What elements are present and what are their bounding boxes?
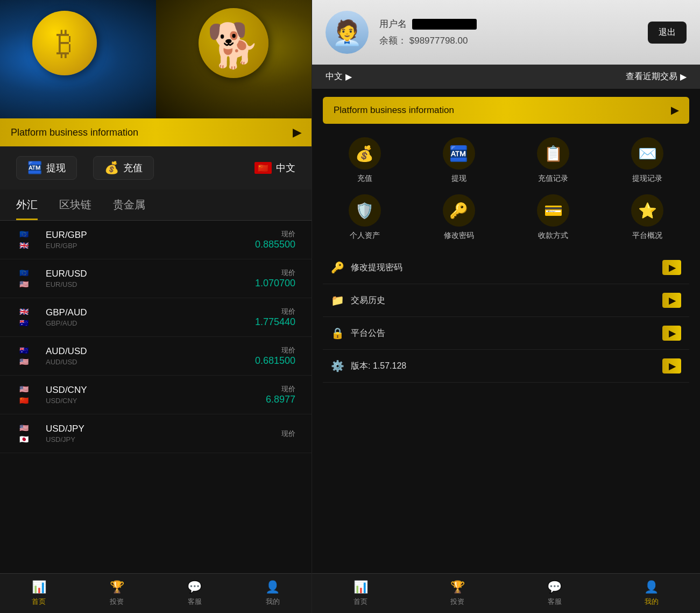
grid-item-assets[interactable]: 🛡️ 个人资产 bbox=[323, 194, 406, 241]
balance-label: 余额： bbox=[379, 36, 407, 46]
price-label-3: 现价 bbox=[255, 346, 295, 355]
invest-right-nav-icon: 🏆 bbox=[450, 580, 465, 594]
trade-history-menu-icon: 📁 bbox=[331, 294, 344, 307]
currency-flags: 🇦🇺 🇺🇸 bbox=[16, 346, 38, 367]
info-banner-left[interactable]: Platform business information ▶ bbox=[0, 118, 312, 146]
info-banner-text-left: Platform business information bbox=[11, 127, 138, 138]
currency-sub-4: USD/CNY bbox=[46, 397, 266, 405]
hero-banner: ₿ 🐕 bbox=[0, 0, 312, 118]
info-banner-text-right: Platform business information bbox=[334, 105, 454, 116]
currency-item-GBP-AUD[interactable]: 🇬🇧 🇦🇺 GBP/AUD GBP/AUD 现价 1.775440 bbox=[0, 298, 312, 337]
bottom-nav-right: 📊 首页 🏆 投资 💬 客服 👤 我的 bbox=[312, 573, 700, 613]
currency-item-AUD-USD[interactable]: 🇦🇺 🇺🇸 AUD/USD AUD/USD 现价 0.681500 bbox=[0, 337, 312, 376]
recent-trades-arrow: ▶ bbox=[680, 72, 687, 82]
bitcoin-icon: ₿ bbox=[32, 11, 97, 75]
info-banner-right[interactable]: Platform business information ▶ bbox=[323, 97, 689, 124]
avatar: 🧑‍💼 bbox=[326, 11, 369, 54]
recent-trades-button[interactable]: 查看近期交易 ▶ bbox=[626, 71, 687, 82]
grid-item-platform[interactable]: ⭐ 平台概况 bbox=[606, 194, 689, 241]
tab-metals[interactable]: 贵金属 bbox=[113, 198, 145, 220]
currency-item-USD-JPY[interactable]: 🇺🇸 🇯🇵 USD/JPY USD/JPY 现价 bbox=[0, 414, 312, 453]
home-right-nav-icon: 📊 bbox=[353, 580, 368, 594]
version-menu-icon: ⚙️ bbox=[331, 360, 344, 372]
mine-right-nav-label: 我的 bbox=[645, 597, 659, 607]
price-value-4: 6.8977 bbox=[266, 394, 295, 405]
nav-item-right-mine[interactable]: 👤 我的 bbox=[603, 574, 700, 613]
withdraw-button[interactable]: 🏧 提现 bbox=[16, 156, 77, 180]
assets-grid-label: 个人资产 bbox=[350, 231, 380, 241]
language-button-left[interactable]: 🇨🇳 中文 bbox=[254, 161, 295, 174]
nav-item-left-mine[interactable]: 👤 我的 bbox=[234, 574, 312, 613]
currency-main-4: USD/CNY bbox=[46, 385, 266, 396]
nav-item-left-service[interactable]: 💬 客服 bbox=[156, 574, 234, 613]
grid-item-deposit-record[interactable]: 📋 充值记录 bbox=[512, 137, 595, 184]
withdraw-icon: 🏧 bbox=[27, 161, 42, 175]
flag-icon-left: 🇨🇳 bbox=[254, 162, 272, 174]
price-label-1: 现价 bbox=[255, 268, 295, 278]
announcement-menu-label: 平台公告 bbox=[351, 328, 662, 339]
balance-row: 余额： $98977798.00 bbox=[379, 34, 637, 47]
logout-button[interactable]: 退出 bbox=[648, 22, 687, 44]
currency-sub-2: GBP/AUD bbox=[46, 319, 255, 327]
user-info: 用户名 余额： $98977798.00 bbox=[379, 18, 637, 47]
deposit-record-grid-icon: 📋 bbox=[537, 137, 569, 170]
nav-item-right-home[interactable]: 📊 首页 bbox=[312, 574, 409, 613]
grid-item-withdraw[interactable]: 🏧 提现 bbox=[417, 137, 500, 184]
withdraw-grid-icon: 🏧 bbox=[443, 137, 475, 170]
grid-item-deposit[interactable]: 💰 充值 bbox=[323, 137, 406, 184]
nav-item-right-invest[interactable]: 🏆 投资 bbox=[409, 574, 506, 613]
assets-grid-icon: 🛡️ bbox=[349, 194, 381, 227]
icon-grid: 💰 充值 🏧 提现 📋 充值记录 ✉️ 提现记录 🛡️ 个人资产 🔑 修改密码 … bbox=[312, 132, 700, 251]
username-row: 用户名 bbox=[379, 18, 637, 30]
price-value-1: 1.070700 bbox=[255, 278, 295, 289]
currency-sub-0: EUR/GBP bbox=[46, 242, 255, 250]
nav-item-right-service[interactable]: 💬 客服 bbox=[506, 574, 603, 613]
menu-item-trade-history[interactable]: 📁 交易历史 ▶ bbox=[323, 284, 689, 317]
home-nav-label: 首页 bbox=[32, 597, 46, 607]
grid-item-payment[interactable]: 💳 收款方式 bbox=[512, 194, 595, 241]
currency-item-EUR-USD[interactable]: 🇪🇺 🇺🇸 EUR/USD EUR/USD 现价 1.070700 bbox=[0, 259, 312, 298]
currency-item-USD-CNY[interactable]: 🇺🇸 🇨🇳 USD/CNY USD/CNY 现价 6.8977 bbox=[0, 376, 312, 414]
price-label-0: 现价 bbox=[255, 229, 295, 239]
info-banner-arrow-left: ▶ bbox=[293, 126, 301, 139]
currency-flags: 🇪🇺 🇬🇧 bbox=[16, 229, 38, 250]
change-pwd-grid-label: 修改密码 bbox=[444, 231, 474, 241]
right-panel: 🧑‍💼 用户名 余额： $98977798.00 退出 中文 ▶ bbox=[312, 0, 700, 613]
menu-item-version[interactable]: ⚙️ 版本: 1.57.128 ▶ bbox=[323, 350, 689, 383]
service-right-nav-label: 客服 bbox=[548, 597, 562, 607]
price-label-2: 现价 bbox=[255, 307, 295, 316]
info-banner-arrow-right: ▶ bbox=[671, 104, 678, 116]
left-panel: ₿ 🐕 Platform business information ▶ 🏧 提现… bbox=[0, 0, 312, 613]
platform-grid-label: 平台概况 bbox=[632, 231, 662, 241]
withdraw-record-grid-label: 提现记录 bbox=[632, 174, 662, 184]
bottom-nav-left: 📊 首页 🏆 投资 💬 客服 👤 我的 bbox=[0, 573, 312, 613]
currency-item-EUR-GBP[interactable]: 🇪🇺 🇬🇧 EUR/GBP EUR/GBP 现价 0.885500 bbox=[0, 221, 312, 259]
language-label-left: 中文 bbox=[276, 161, 295, 174]
nav-item-left-invest[interactable]: 🏆 投资 bbox=[78, 574, 156, 613]
menu-item-announcement[interactable]: 🔒 平台公告 ▶ bbox=[323, 317, 689, 350]
withdraw-pwd-menu-arrow: ▶ bbox=[662, 260, 681, 275]
invest-nav-label: 投资 bbox=[110, 597, 124, 607]
payment-grid-label: 收款方式 bbox=[538, 231, 568, 241]
mine-nav-icon: 👤 bbox=[265, 580, 280, 594]
grid-item-withdraw-record[interactable]: ✉️ 提现记录 bbox=[606, 137, 689, 184]
menu-item-withdraw-pwd[interactable]: 🔑 修改提现密码 ▶ bbox=[323, 251, 689, 284]
deposit-grid-icon: 💰 bbox=[349, 137, 381, 170]
withdraw-record-grid-icon: ✉️ bbox=[631, 137, 663, 170]
user-header: 🧑‍💼 用户名 余额： $98977798.00 退出 bbox=[312, 0, 700, 65]
nav-item-left-home[interactable]: 📊 首页 bbox=[0, 574, 78, 613]
grid-item-change-pwd[interactable]: 🔑 修改密码 bbox=[417, 194, 500, 241]
tab-blockchain[interactable]: 区块链 bbox=[59, 198, 91, 220]
tab-forex[interactable]: 外汇 bbox=[16, 198, 38, 220]
version-menu-label: 版本: 1.57.128 bbox=[351, 361, 662, 372]
language-button-right[interactable]: 中文 ▶ bbox=[326, 71, 352, 82]
price-value-3: 0.681500 bbox=[255, 355, 295, 367]
price-label-4: 现价 bbox=[266, 384, 295, 394]
deposit-button[interactable]: 💰 充值 bbox=[93, 156, 154, 180]
announcement-menu-icon: 🔒 bbox=[331, 327, 344, 340]
invest-nav-icon: 🏆 bbox=[110, 580, 124, 594]
tabs-bar: 外汇 区块链 贵金属 bbox=[0, 189, 312, 221]
username-label: 用户名 bbox=[379, 18, 407, 30]
language-arrow-right: ▶ bbox=[345, 72, 352, 82]
service-nav-icon: 💬 bbox=[187, 580, 202, 594]
